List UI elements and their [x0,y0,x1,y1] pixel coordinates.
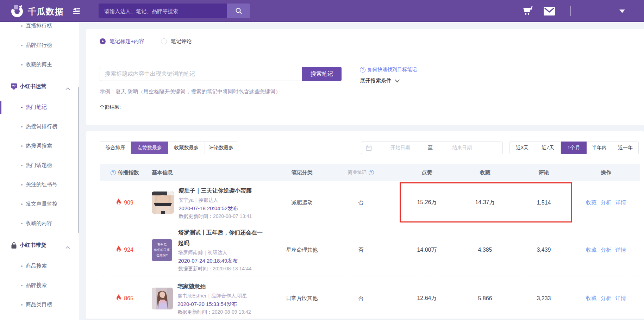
date-range-picker[interactable]: 开始日期 至 结束日期 [361,142,503,154]
sidebar-item-product-search[interactable]: 商品搜索 [0,256,79,276]
note-publish-time: 2020-07-18 20:04:52发布 [179,204,267,212]
search-notes-button[interactable]: 搜索笔记 [302,67,342,81]
note-author[interactable]: 安宁ya｜腰部达人 [179,196,267,204]
note-update-time: 数据更新时间：2020-08-09 13:42 [177,308,265,316]
example-hint: 示例：夏天 防晒（用空格隔开关键词，搜索的笔记中将同时包含这些关键词） [100,88,281,95]
note-publish-time: 2020-07-24 20:18:49发布 [178,257,266,265]
sidebar-item-hot-keywords-search[interactable]: 热搜词搜索 [0,136,79,156]
bullet-icon [21,126,23,127]
question-circle-icon[interactable]: ? [369,170,374,175]
radio-selected-icon[interactable] [100,38,106,44]
sidebar-item-followed-accounts[interactable]: 关注的红书号 [0,175,79,194]
likes-cell: 14.00万 [400,224,454,276]
global-search [99,4,250,18]
sidebar-item-hot-topics[interactable]: 热门话题榜 [0,156,79,175]
qiangua-logo-icon[interactable] [11,5,24,18]
sidebar-group-xhs-operation[interactable]: 小红书运营 [0,77,79,96]
radio-unselected-icon[interactable] [161,38,167,44]
analyze-action[interactable]: 分析 [601,199,611,206]
collects-cell: 4,385 [454,224,516,276]
note-author[interactable]: 塔罗师南鲸｜初级达人 [178,249,266,257]
sidebar-item-brand-search[interactable]: 品牌搜索 [0,276,79,295]
calendar-icon [366,145,372,152]
flame-icon [116,198,121,207]
sidebar-scrollbar[interactable] [78,87,79,233]
keyword-search-input[interactable] [100,67,302,81]
note-thumbnail[interactable] [152,192,174,214]
global-search-input[interactable] [99,4,227,18]
sort-tab-most-comments[interactable]: 评论数最多 [205,142,238,154]
mail-icon[interactable] [543,7,555,16]
bullet-icon [21,25,23,27]
heat-index: 924 [116,246,133,254]
collect-action[interactable]: 收藏 [586,295,596,302]
note-title[interactable]: 宅家随意拍 [177,281,265,292]
bullet-icon [21,265,23,267]
sidebar-group-xhs-ecommerce[interactable]: 小红书带货 [0,236,79,255]
note-title[interactable]: 塔罗测试丨五年后，你们还会在一起吗 [178,227,266,249]
note-info-cell: 五年后 你们的关系 会如何? 塔罗测试丨五年后，你们还会在一起吗 塔罗师南鲸｜初… [150,224,282,276]
user-menu-caret-icon[interactable] [619,10,625,13]
actions-group: 收藏 分析 详情 [584,199,628,206]
expand-search-conditions[interactable]: 展开搜索条件 [360,77,400,84]
header-comments: 评论 [516,164,572,181]
bullet-icon [21,165,23,166]
collect-action[interactable]: 收藏 [586,199,596,206]
table-body: 909 瘦肚子｜三天让你逆袭 [100,181,640,320]
range-1year[interactable]: 近一年 [612,142,638,154]
note-thumbnail[interactable]: 五年后 你们的关系 会如何? [152,239,172,261]
chevron-up-icon [65,244,70,250]
commercial-cell: 否 [322,224,400,276]
range-7days[interactable]: 近7天 [535,142,561,154]
radio-label-comments[interactable]: 笔记评论 [171,38,192,45]
sort-tab-comprehensive[interactable]: 综合排序 [100,142,131,154]
global-search-button[interactable] [227,4,250,18]
heat-index: 865 [116,295,133,302]
sidebar-item-live-ranking[interactable]: 直播排行榜 [0,22,79,36]
sidebar-item-posting-volume-monitor[interactable]: 发文声量监控 [0,194,79,214]
likes-cell: 12.64万 [400,276,454,320]
bullet-icon [21,184,23,186]
sort-tab-most-likes[interactable]: 点赞数最多 [131,142,168,154]
note-thumbnail[interactable] [152,288,173,309]
brand-title[interactable]: 千瓜数据 [28,6,64,17]
date-start-placeholder[interactable]: 开始日期 [381,145,420,151]
note-title[interactable]: 瘦肚子｜三天让你逆袭小蛮腰 [179,186,267,196]
analyze-action[interactable]: 分析 [601,247,611,253]
cart-icon[interactable] [523,6,534,17]
radio-label-title-content[interactable]: 笔记标题+内容 [110,38,144,45]
analyze-action[interactable]: 分析 [601,295,611,302]
sidebar-item-hot-notes[interactable]: 热门笔记 [0,98,79,117]
sidebar-item-product-category-ranking[interactable]: 商品类目榜 [0,295,79,314]
sidebar-item-favorite-bloggers[interactable]: 收藏的博主 [0,55,79,74]
sidebar-item-brand-ranking[interactable]: 品牌排行榜 [0,36,79,55]
header-collects: 收藏 [454,164,516,181]
date-end-placeholder[interactable]: 结束日期 [443,145,481,151]
sidebar-item-favorite-content[interactable]: 收藏的内容 [0,214,79,233]
range-halfyear[interactable]: 半年内 [587,142,612,154]
bookmark-icon [11,83,17,90]
sort-tabs: 综合排序 点赞数最多 收藏数最多 评论数最多 [100,142,238,154]
question-circle-icon[interactable]: ? [111,170,116,175]
note-info-text: 塔罗测试丨五年后，你们还会在一起吗 塔罗师南鲸｜初级达人 2020-07-24 … [178,227,266,272]
detail-action[interactable]: 详情 [615,247,626,253]
detail-action[interactable]: 详情 [615,295,626,302]
sort-tab-most-collects[interactable]: 收藏数最多 [168,142,205,154]
detail-action[interactable]: 详情 [615,199,626,206]
sidebar-item-hot-keywords-ranking[interactable]: 热搜词排行榜 [0,117,79,136]
help-link[interactable]: ? 如何快速找到目标笔记 [360,66,417,73]
note-row: 865 宅家随意拍 [100,276,640,320]
flame-icon [116,294,121,302]
note-row: 924 五年后 你们的关系 会如何? 塔罗测试丨五年后，你们还会在一起吗 塔罗师… [100,224,640,276]
results-panel: 综合排序 点赞数最多 收藏数最多 评论数最多 开始日期 至 结束日期 近3天 近… [86,131,644,320]
sidebar-collapse-icon[interactable] [73,8,80,14]
note-update-time: 数据更新时间：2020-08-13 14:44 [178,265,266,272]
chevron-down-icon [395,78,400,84]
range-1month[interactable]: 1个月 [561,142,587,154]
bullet-icon [21,203,23,205]
range-3days[interactable]: 近3天 [509,142,535,154]
collect-action[interactable]: 收藏 [586,247,596,253]
note-info-cell: 宅家随意拍 虞书欣Esther｜品牌合作人,明星 2020-07-20 15:3… [150,276,282,320]
bullet-icon [21,107,23,108]
note-author[interactable]: 虞书欣Esther｜品牌合作人,明星 [177,292,265,300]
